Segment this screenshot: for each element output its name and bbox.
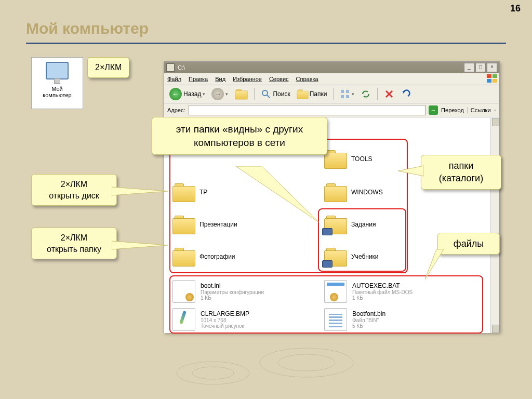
- folder-prezent[interactable]: Презентации: [172, 216, 237, 233]
- callout-disk-tail: [112, 185, 169, 197]
- bg-ornament: [166, 331, 374, 394]
- separator: [254, 88, 255, 100]
- explorer-window: C:\ _ □ × Файл Правка Вид Избранное Серв…: [164, 61, 500, 332]
- search-icon: [261, 89, 271, 99]
- callout-files: файлы: [437, 233, 500, 255]
- search-label: Поиск: [273, 90, 290, 98]
- delete-icon: [384, 89, 394, 99]
- menu-help[interactable]: Справка: [296, 76, 318, 82]
- undo-button[interactable]: [398, 88, 413, 100]
- folders-button[interactable]: Папки: [295, 88, 329, 100]
- delete-button[interactable]: [382, 88, 396, 100]
- address-label: Адрес:: [167, 107, 185, 113]
- callout-network: эти папки «видны» с других компьютеров в…: [152, 117, 327, 155]
- separator: [377, 88, 378, 100]
- views-icon: [340, 89, 350, 99]
- menu-edit[interactable]: Правка: [189, 76, 208, 82]
- menu-file[interactable]: Файл: [167, 76, 181, 82]
- svg-point-4: [262, 90, 268, 96]
- svg-rect-0: [487, 74, 491, 78]
- callout-open-folder: 2×ЛКМ открыть папку: [31, 228, 117, 259]
- maximize-button[interactable]: □: [475, 63, 486, 72]
- scrollbar[interactable]: [490, 118, 499, 333]
- back-label: Назад: [183, 90, 201, 98]
- svg-marker-17: [112, 241, 168, 249]
- menubar: Файл Правка Вид Избранное Сервис Справка: [164, 73, 499, 85]
- svg-point-21: [278, 354, 335, 371]
- my-computer-icon[interactable]: Мой компьютер: [31, 57, 83, 109]
- menu-view[interactable]: Вид: [215, 76, 225, 82]
- svg-rect-8: [341, 95, 344, 98]
- svg-rect-7: [346, 90, 349, 93]
- folder-zadania[interactable]: Задания: [324, 216, 376, 233]
- window-title: C:\: [178, 64, 185, 71]
- address-bar: Адрес: → Переход Ссылки »: [164, 103, 499, 117]
- page-number: 16: [510, 3, 521, 14]
- folder-tools[interactable]: TOOLS: [324, 150, 372, 168]
- svg-rect-2: [487, 79, 491, 83]
- titlebar[interactable]: C:\ _ □ ×: [164, 62, 499, 73]
- forward-button[interactable]: →▾: [209, 87, 230, 101]
- folder-windows[interactable]: WINDOWS: [324, 183, 383, 201]
- my-computer-label: Мой компьютер: [32, 86, 83, 98]
- svg-rect-1: [493, 74, 497, 78]
- toolbar: ←Назад▾ →▾ Поиск Папки ▾: [164, 85, 499, 103]
- svg-rect-9: [346, 95, 349, 98]
- callout-dblclick: 2×ЛКМ: [87, 57, 129, 78]
- folder-uchebniki[interactable]: Учебники: [324, 248, 379, 265]
- title-rule: [26, 43, 506, 44]
- links-label[interactable]: Ссылки: [467, 107, 491, 113]
- file-boot-ini[interactable]: boot.iniПараметры конфигурации1 КБ: [172, 280, 264, 303]
- windows-flag-icon: [487, 74, 497, 83]
- sync-button[interactable]: [358, 88, 373, 100]
- sync-icon: [361, 89, 371, 99]
- menu-tools[interactable]: Сервис: [269, 76, 289, 82]
- back-button[interactable]: ←Назад▾: [167, 87, 207, 101]
- views-button[interactable]: ▾: [338, 88, 356, 100]
- slide-title: Мой компьютер: [26, 20, 149, 37]
- address-input[interactable]: [189, 105, 426, 115]
- go-button[interactable]: →: [429, 105, 438, 115]
- file-autoexec[interactable]: AUTOEXEC.BATПакетный файл MS-DOS1 КБ: [324, 280, 413, 303]
- undo-icon: [401, 89, 411, 99]
- svg-point-20: [260, 348, 353, 377]
- svg-point-19: [192, 367, 234, 379]
- monitor-icon: [46, 62, 69, 79]
- callout-folders: папки (каталоги): [421, 155, 501, 190]
- minimize-button[interactable]: _: [464, 63, 474, 72]
- folder-tp[interactable]: TP: [172, 183, 207, 201]
- close-button[interactable]: ×: [487, 63, 497, 72]
- search-button[interactable]: Поиск: [259, 88, 292, 100]
- svg-rect-3: [493, 79, 497, 83]
- menu-favorites[interactable]: Избранное: [233, 76, 262, 82]
- folder-photo[interactable]: Фотографии: [172, 248, 235, 265]
- file-bootfont[interactable]: Bootfont.binФайл "BIN"5 КБ: [324, 308, 385, 331]
- up-button[interactable]: [232, 87, 250, 101]
- drive-icon: [166, 63, 175, 72]
- go-label: Переход: [441, 107, 464, 113]
- svg-rect-6: [341, 90, 344, 93]
- svg-point-18: [177, 362, 249, 384]
- folders-label: Папки: [310, 90, 327, 98]
- callout-folder-tail: [112, 239, 169, 251]
- svg-line-5: [267, 95, 270, 98]
- callout-open-disk: 2×ЛКМ открыть диск: [31, 174, 117, 206]
- file-clrlarge[interactable]: CLRLARGE.BMP1014 x 768Точечный рисунок: [172, 308, 249, 331]
- svg-marker-16: [112, 187, 168, 195]
- separator: [333, 88, 334, 100]
